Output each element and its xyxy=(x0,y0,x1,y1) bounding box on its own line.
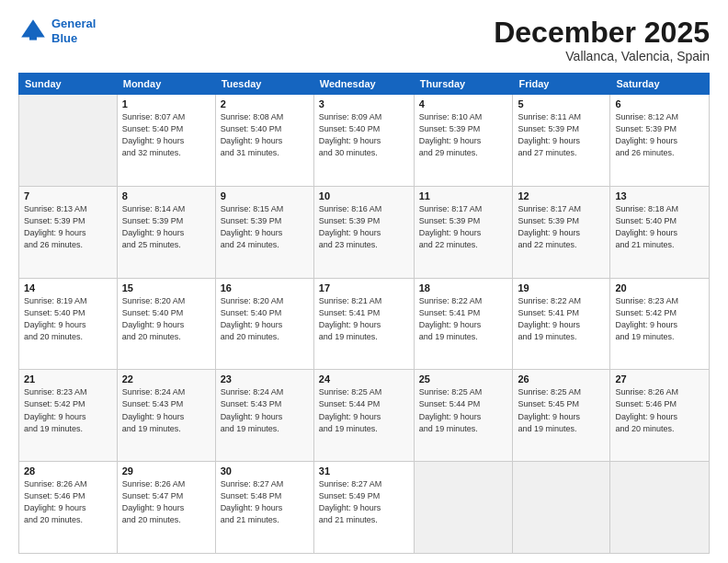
calendar-cell: 15Sunrise: 8:20 AM Sunset: 5:40 PM Dayli… xyxy=(117,278,215,370)
logo-blue: Blue xyxy=(51,31,77,45)
day-info: Sunrise: 8:22 AM Sunset: 5:41 PM Dayligh… xyxy=(419,295,508,343)
weekday-header-wednesday: Wednesday xyxy=(313,74,414,95)
day-info: Sunrise: 8:08 AM Sunset: 5:40 PM Dayligh… xyxy=(221,111,309,159)
calendar-cell xyxy=(513,462,610,554)
weekday-header-tuesday: Tuesday xyxy=(215,74,313,95)
day-info: Sunrise: 8:20 AM Sunset: 5:40 PM Dayligh… xyxy=(221,295,309,343)
weekday-header-row: SundayMondayTuesdayWednesdayThursdayFrid… xyxy=(19,74,710,95)
day-info: Sunrise: 8:11 AM Sunset: 5:39 PM Dayligh… xyxy=(518,111,605,159)
logo-general: General xyxy=(51,17,96,30)
day-number: 27 xyxy=(615,373,704,385)
calendar-cell: 8Sunrise: 8:14 AM Sunset: 5:39 PM Daylig… xyxy=(117,186,215,278)
day-info: Sunrise: 8:13 AM Sunset: 5:39 PM Dayligh… xyxy=(24,203,112,251)
day-number: 15 xyxy=(122,282,210,293)
day-info: Sunrise: 8:27 AM Sunset: 5:48 PM Dayligh… xyxy=(221,478,309,526)
day-number: 4 xyxy=(419,98,508,109)
weekday-header-friday: Friday xyxy=(513,74,610,95)
weekday-header-sunday: Sunday xyxy=(19,74,118,95)
day-info: Sunrise: 8:21 AM Sunset: 5:41 PM Dayligh… xyxy=(319,295,409,343)
day-info: Sunrise: 8:15 AM Sunset: 5:39 PM Dayligh… xyxy=(221,203,309,251)
calendar-cell: 13Sunrise: 8:18 AM Sunset: 5:40 PM Dayli… xyxy=(610,186,710,278)
calendar-cell: 18Sunrise: 8:22 AM Sunset: 5:41 PM Dayli… xyxy=(414,278,513,370)
calendar-cell: 25Sunrise: 8:25 AM Sunset: 5:44 PM Dayli… xyxy=(414,370,513,462)
logo-text: General Blue xyxy=(51,17,96,45)
day-info: Sunrise: 8:22 AM Sunset: 5:41 PM Dayligh… xyxy=(518,295,605,343)
day-number: 18 xyxy=(419,282,508,293)
day-number: 10 xyxy=(319,190,409,201)
day-number: 26 xyxy=(518,373,605,385)
day-info: Sunrise: 8:19 AM Sunset: 5:40 PM Dayligh… xyxy=(24,295,112,343)
day-info: Sunrise: 8:18 AM Sunset: 5:40 PM Dayligh… xyxy=(615,203,704,251)
title-block: December 2025 Vallanca, Valencia, Spain xyxy=(494,17,710,63)
day-number: 12 xyxy=(518,190,605,201)
calendar-cell xyxy=(414,462,513,554)
day-number: 13 xyxy=(615,190,704,201)
calendar-cell: 30Sunrise: 8:27 AM Sunset: 5:48 PM Dayli… xyxy=(215,462,313,554)
calendar-cell: 12Sunrise: 8:17 AM Sunset: 5:39 PM Dayli… xyxy=(513,186,610,278)
logo: General Blue xyxy=(18,17,96,46)
day-number: 30 xyxy=(221,465,309,477)
calendar-cell: 21Sunrise: 8:23 AM Sunset: 5:42 PM Dayli… xyxy=(19,370,118,462)
calendar-cell: 16Sunrise: 8:20 AM Sunset: 5:40 PM Dayli… xyxy=(215,278,313,370)
calendar-cell: 14Sunrise: 8:19 AM Sunset: 5:40 PM Dayli… xyxy=(19,278,118,370)
calendar-cell: 11Sunrise: 8:17 AM Sunset: 5:39 PM Dayli… xyxy=(414,186,513,278)
day-info: Sunrise: 8:23 AM Sunset: 5:42 PM Dayligh… xyxy=(615,295,704,343)
weekday-header-saturday: Saturday xyxy=(610,74,710,95)
day-info: Sunrise: 8:07 AM Sunset: 5:40 PM Dayligh… xyxy=(122,111,210,159)
calendar-cell: 24Sunrise: 8:25 AM Sunset: 5:44 PM Dayli… xyxy=(313,370,414,462)
calendar-cell: 17Sunrise: 8:21 AM Sunset: 5:41 PM Dayli… xyxy=(313,278,414,370)
calendar-cell xyxy=(19,95,118,187)
day-info: Sunrise: 8:26 AM Sunset: 5:46 PM Dayligh… xyxy=(615,386,704,434)
weekday-header-thursday: Thursday xyxy=(414,74,513,95)
calendar-week-row: 21Sunrise: 8:23 AM Sunset: 5:42 PM Dayli… xyxy=(19,370,710,462)
calendar-cell: 31Sunrise: 8:27 AM Sunset: 5:49 PM Dayli… xyxy=(313,462,414,554)
logo-icon xyxy=(18,17,48,46)
month-title: December 2025 xyxy=(494,17,710,49)
calendar-cell: 4Sunrise: 8:10 AM Sunset: 5:39 PM Daylig… xyxy=(414,95,513,187)
day-number: 20 xyxy=(615,282,704,293)
day-info: Sunrise: 8:09 AM Sunset: 5:40 PM Dayligh… xyxy=(319,111,409,159)
calendar-cell xyxy=(610,462,710,554)
day-number: 28 xyxy=(24,465,112,477)
calendar-cell: 29Sunrise: 8:26 AM Sunset: 5:47 PM Dayli… xyxy=(117,462,215,554)
day-number: 2 xyxy=(221,98,309,109)
calendar-cell: 28Sunrise: 8:26 AM Sunset: 5:46 PM Dayli… xyxy=(19,462,118,554)
calendar-cell: 3Sunrise: 8:09 AM Sunset: 5:40 PM Daylig… xyxy=(313,95,414,187)
day-info: Sunrise: 8:17 AM Sunset: 5:39 PM Dayligh… xyxy=(419,203,508,251)
calendar-cell: 27Sunrise: 8:26 AM Sunset: 5:46 PM Dayli… xyxy=(610,370,710,462)
day-number: 24 xyxy=(319,373,409,385)
day-info: Sunrise: 8:25 AM Sunset: 5:44 PM Dayligh… xyxy=(419,386,508,434)
calendar-week-row: 14Sunrise: 8:19 AM Sunset: 5:40 PM Dayli… xyxy=(19,278,710,370)
day-info: Sunrise: 8:12 AM Sunset: 5:39 PM Dayligh… xyxy=(615,111,704,159)
day-info: Sunrise: 8:25 AM Sunset: 5:45 PM Dayligh… xyxy=(518,386,605,434)
day-info: Sunrise: 8:16 AM Sunset: 5:39 PM Dayligh… xyxy=(319,203,409,251)
calendar-week-row: 28Sunrise: 8:26 AM Sunset: 5:46 PM Dayli… xyxy=(19,462,710,554)
location: Vallanca, Valencia, Spain xyxy=(494,49,710,63)
calendar-week-row: 7Sunrise: 8:13 AM Sunset: 5:39 PM Daylig… xyxy=(19,186,710,278)
day-info: Sunrise: 8:20 AM Sunset: 5:40 PM Dayligh… xyxy=(122,295,210,343)
calendar-cell: 22Sunrise: 8:24 AM Sunset: 5:43 PM Dayli… xyxy=(117,370,215,462)
calendar-week-row: 1Sunrise: 8:07 AM Sunset: 5:40 PM Daylig… xyxy=(19,95,710,187)
day-number: 19 xyxy=(518,282,605,293)
day-number: 17 xyxy=(319,282,409,293)
day-number: 8 xyxy=(122,190,210,201)
day-number: 6 xyxy=(615,98,704,109)
calendar-table: SundayMondayTuesdayWednesdayThursdayFrid… xyxy=(18,73,710,554)
calendar-cell: 9Sunrise: 8:15 AM Sunset: 5:39 PM Daylig… xyxy=(215,186,313,278)
day-number: 25 xyxy=(419,373,508,385)
day-number: 11 xyxy=(419,190,508,201)
day-info: Sunrise: 8:14 AM Sunset: 5:39 PM Dayligh… xyxy=(122,203,210,251)
day-number: 3 xyxy=(319,98,409,109)
day-info: Sunrise: 8:27 AM Sunset: 5:49 PM Dayligh… xyxy=(319,478,409,526)
day-number: 23 xyxy=(221,373,309,385)
day-info: Sunrise: 8:26 AM Sunset: 5:47 PM Dayligh… xyxy=(122,478,210,526)
day-info: Sunrise: 8:25 AM Sunset: 5:44 PM Dayligh… xyxy=(319,386,409,434)
day-number: 29 xyxy=(122,465,210,477)
calendar-cell: 10Sunrise: 8:16 AM Sunset: 5:39 PM Dayli… xyxy=(313,186,414,278)
day-number: 14 xyxy=(24,282,112,293)
svg-rect-1 xyxy=(29,33,37,40)
calendar-cell: 19Sunrise: 8:22 AM Sunset: 5:41 PM Dayli… xyxy=(513,278,610,370)
day-info: Sunrise: 8:24 AM Sunset: 5:43 PM Dayligh… xyxy=(221,386,309,434)
calendar-cell: 1Sunrise: 8:07 AM Sunset: 5:40 PM Daylig… xyxy=(117,95,215,187)
calendar-cell: 20Sunrise: 8:23 AM Sunset: 5:42 PM Dayli… xyxy=(610,278,710,370)
